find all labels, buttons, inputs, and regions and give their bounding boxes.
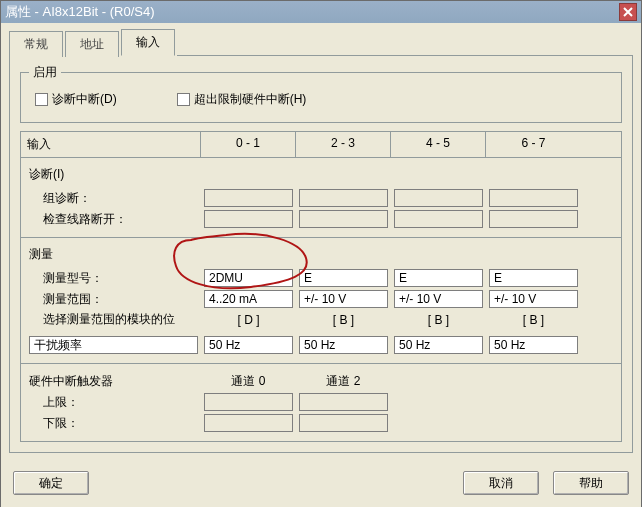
cancel-button[interactable]: 取消 bbox=[463, 471, 539, 495]
label-meas-type: 测量型号： bbox=[29, 270, 201, 287]
bit-select-0: [ D ] bbox=[201, 313, 296, 327]
dialog-window: 属性 - AI8x12Bit - (R0/S4) 常规 地址 输入 启用 诊断中… bbox=[0, 0, 642, 507]
label-bit-select: 选择测量范围的模块的位 bbox=[29, 311, 201, 328]
bit-select-2: [ B ] bbox=[391, 313, 486, 327]
titlebar: 属性 - AI8x12Bit - (R0/S4) bbox=[1, 1, 641, 23]
meas-range-1[interactable]: +/- 10 V bbox=[299, 290, 388, 308]
header-col-2-3: 2 - 3 bbox=[296, 132, 391, 157]
ok-button[interactable]: 确定 bbox=[13, 471, 89, 495]
hw-ch2-label: 通道 2 bbox=[296, 373, 391, 390]
meas-type-0[interactable]: 2DMU bbox=[204, 269, 293, 287]
header-col-4-5: 4 - 5 bbox=[391, 132, 486, 157]
close-button[interactable] bbox=[619, 3, 637, 21]
window-title: 属性 - AI8x12Bit - (R0/S4) bbox=[5, 3, 619, 21]
meas-range-3[interactable]: +/- 10 V bbox=[489, 290, 578, 308]
label-meas-range: 测量范围： bbox=[29, 291, 201, 308]
wirebreak-0[interactable] bbox=[204, 210, 293, 228]
bit-select-1: [ B ] bbox=[296, 313, 391, 327]
wirebreak-3[interactable] bbox=[489, 210, 578, 228]
upper-limit-2[interactable] bbox=[299, 393, 388, 411]
input-grid: 输入 0 - 1 2 - 3 4 - 5 6 - 7 诊断(I) 组诊断： 检查… bbox=[20, 131, 622, 442]
noise-freq-0[interactable]: 50 Hz bbox=[204, 336, 293, 354]
cancel-label: 取消 bbox=[489, 476, 513, 490]
tab-row: 常规 地址 输入 bbox=[1, 23, 641, 56]
header-input: 输入 bbox=[21, 132, 201, 157]
hw-ch0-label: 通道 0 bbox=[201, 373, 296, 390]
section-diagnostics: 诊断(I) 组诊断： 检查线路断开： bbox=[21, 158, 621, 237]
tab-address-label: 地址 bbox=[80, 37, 104, 51]
enable-legend: 启用 bbox=[29, 64, 61, 81]
tab-address[interactable]: 地址 bbox=[65, 31, 119, 57]
label-upper-limit: 上限： bbox=[29, 394, 201, 411]
checkbox-diag-label: 诊断中断(D) bbox=[52, 91, 117, 108]
help-button[interactable]: 帮助 bbox=[553, 471, 629, 495]
noise-freq-2[interactable]: 50 Hz bbox=[394, 336, 483, 354]
label-noise-freq[interactable]: 干扰频率 bbox=[29, 336, 198, 354]
ok-label: 确定 bbox=[39, 476, 63, 490]
header-col-0-1: 0 - 1 bbox=[201, 132, 296, 157]
diagnostics-title: 诊断(I) bbox=[29, 166, 613, 183]
checkbox-diag-interrupt[interactable]: 诊断中断(D) bbox=[35, 91, 117, 108]
label-group-diag: 组诊断： bbox=[29, 190, 201, 207]
section-hw-trigger: 硬件中断触发器 通道 0 通道 2 上限： 下限： bbox=[21, 363, 621, 441]
group-diag-1[interactable] bbox=[299, 189, 388, 207]
lower-limit-0[interactable] bbox=[204, 414, 293, 432]
tab-general[interactable]: 常规 bbox=[9, 31, 63, 57]
checkbox-box bbox=[177, 93, 190, 106]
checkbox-limit-label: 超出限制硬件中断(H) bbox=[194, 91, 307, 108]
group-diag-3[interactable] bbox=[489, 189, 578, 207]
measurement-title: 测量 bbox=[29, 246, 613, 263]
tab-general-label: 常规 bbox=[24, 37, 48, 51]
header-col-6-7: 6 - 7 bbox=[486, 132, 581, 157]
wirebreak-1[interactable] bbox=[299, 210, 388, 228]
grid-header-row: 输入 0 - 1 2 - 3 4 - 5 6 - 7 bbox=[21, 132, 621, 158]
group-diag-2[interactable] bbox=[394, 189, 483, 207]
label-lower-limit: 下限： bbox=[29, 415, 201, 432]
help-label: 帮助 bbox=[579, 476, 603, 490]
enable-group: 启用 诊断中断(D) 超出限制硬件中断(H) bbox=[20, 64, 622, 123]
label-wirebreak: 检查线路断开： bbox=[29, 211, 201, 228]
close-icon bbox=[623, 7, 633, 17]
upper-limit-0[interactable] bbox=[204, 393, 293, 411]
bit-select-3: [ B ] bbox=[486, 313, 581, 327]
dialog-buttons: 确定 取消 帮助 bbox=[1, 461, 641, 507]
noise-freq-1[interactable]: 50 Hz bbox=[299, 336, 388, 354]
tab-panel-input: 启用 诊断中断(D) 超出限制硬件中断(H) 输入 0 - 1 2 - 3 4 … bbox=[9, 56, 633, 453]
meas-type-2[interactable]: E bbox=[394, 269, 483, 287]
lower-limit-2[interactable] bbox=[299, 414, 388, 432]
hw-trigger-title: 硬件中断触发器 bbox=[29, 373, 201, 390]
noise-freq-3[interactable]: 50 Hz bbox=[489, 336, 578, 354]
tab-input[interactable]: 输入 bbox=[121, 29, 175, 56]
checkbox-box bbox=[35, 93, 48, 106]
group-diag-0[interactable] bbox=[204, 189, 293, 207]
meas-type-3[interactable]: E bbox=[489, 269, 578, 287]
meas-type-1[interactable]: E bbox=[299, 269, 388, 287]
meas-range-2[interactable]: +/- 10 V bbox=[394, 290, 483, 308]
wirebreak-2[interactable] bbox=[394, 210, 483, 228]
meas-range-0[interactable]: 4..20 mA bbox=[204, 290, 293, 308]
checkbox-limit-interrupt[interactable]: 超出限制硬件中断(H) bbox=[177, 91, 307, 108]
section-measurement: 测量 测量型号： 2DMU E E E 测量范围： 4..20 mA +/- 1… bbox=[21, 237, 621, 363]
tab-input-label: 输入 bbox=[136, 35, 160, 49]
